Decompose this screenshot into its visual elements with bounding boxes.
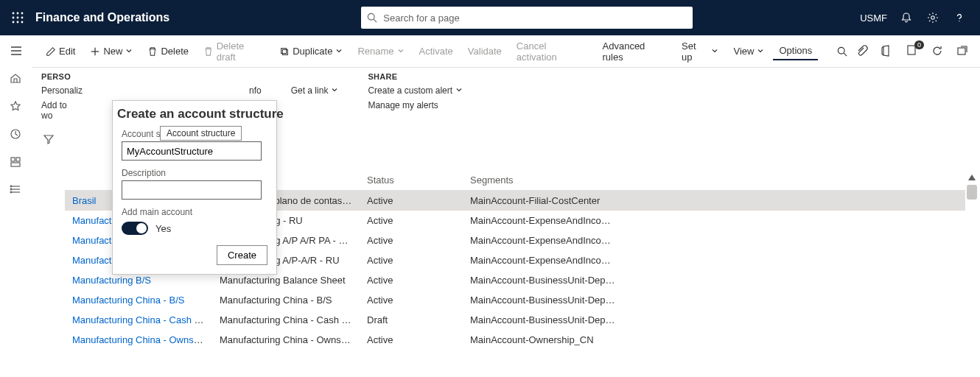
favorite-icon[interactable]: [10, 100, 23, 113]
cell-status: Active: [360, 191, 463, 211]
get-link-link[interactable]: Get a link: [291, 85, 339, 96]
copy-icon: [279, 46, 290, 57]
chevron-down-icon: [335, 46, 343, 57]
svg-rect-28: [281, 48, 287, 53]
table-row[interactable]: Manufacturing China - Ownsers… Manufactu…: [65, 330, 965, 350]
view-button[interactable]: View: [727, 43, 770, 60]
svg-point-6: [13, 21, 15, 24]
create-alert-link[interactable]: Create a custom alert: [368, 85, 463, 96]
record-info-link[interactable]: nfo: [249, 85, 262, 96]
structure-link[interactable]: Brasil: [72, 195, 97, 206]
global-search[interactable]: [361, 7, 693, 29]
new-button[interactable]: New: [84, 43, 139, 60]
workspace-icon[interactable]: [10, 156, 23, 169]
delete-button[interactable]: Delete: [141, 43, 195, 60]
svg-rect-17: [11, 158, 15, 161]
cell-segments: MainAccount-BusinessUnit-Dep…: [463, 310, 654, 330]
cell-status: Active: [360, 270, 463, 290]
svg-rect-18: [16, 158, 20, 161]
find-button[interactable]: [831, 43, 853, 60]
svg-point-5: [21, 17, 24, 19]
svg-point-1: [17, 13, 19, 15]
recent-icon[interactable]: [10, 128, 23, 141]
description-input[interactable]: [122, 180, 262, 200]
options-tab[interactable]: Options: [773, 42, 818, 60]
chevron-down-icon: [757, 46, 764, 57]
cell-segments: MainAccount-BusinessUnit-Dep…: [463, 290, 654, 310]
hamburger-icon[interactable]: [10, 44, 23, 57]
notification-icon[interactable]: [899, 10, 914, 25]
validate-button: Validate: [462, 43, 508, 60]
chevron-down-icon: [331, 85, 338, 96]
svg-rect-29: [283, 49, 288, 54]
col-segments[interactable]: Segments: [463, 170, 654, 191]
create-account-structure-dialog: Create an account structure Account s Ac…: [112, 100, 277, 275]
manage-alerts-link[interactable]: Manage my alerts: [368, 100, 463, 110]
svg-line-10: [374, 19, 377, 22]
table-row[interactable]: Manufacturing China - B/S Manufacturing …: [65, 290, 965, 310]
svg-point-23: [10, 186, 12, 187]
app-launcher-icon[interactable]: [7, 7, 28, 28]
col-status[interactable]: Status: [360, 170, 463, 191]
add-to-workspace-link[interactable]: Add to wo: [41, 100, 72, 121]
duplicate-button[interactable]: Duplicate: [273, 43, 349, 60]
svg-rect-19: [11, 163, 20, 166]
pin-icon[interactable]: 0: [906, 45, 920, 58]
svg-rect-33: [958, 48, 965, 54]
chevron-down-icon: [397, 46, 405, 57]
account-structure-input[interactable]: [122, 141, 262, 161]
structure-link[interactable]: Manufacturing China - Ownsers…: [72, 334, 212, 345]
help-icon[interactable]: [952, 10, 967, 25]
plus-icon: [90, 46, 100, 57]
personalize-header: PERSO: [41, 72, 72, 81]
create-button[interactable]: Create: [217, 245, 267, 265]
chevron-down-icon: [711, 46, 718, 57]
cell-status: Active: [360, 290, 463, 310]
search-icon: [837, 46, 847, 57]
chevron-down-icon: [125, 46, 133, 57]
cell-name: Manufacturing China - Cash acc…: [65, 310, 212, 330]
structure-link[interactable]: Manufacturing China - B/S: [72, 295, 184, 306]
cell-status: Active: [360, 250, 463, 270]
attachment-icon[interactable]: [856, 45, 869, 58]
svg-point-11: [931, 16, 934, 19]
structure-link[interactable]: Manufacturing B/S: [72, 275, 151, 286]
svg-point-2: [21, 13, 24, 15]
svg-point-30: [838, 47, 844, 54]
office-icon[interactable]: [881, 45, 895, 58]
cell-status: Active: [360, 230, 463, 250]
cell-name: Manufacturing China - B/S: [65, 290, 212, 310]
cancel-activation-button: Cancel activation: [511, 38, 594, 66]
pencil-icon: [46, 46, 56, 57]
table-row[interactable]: Manufacturing China - Cash acc… Manufact…: [65, 310, 965, 330]
popout-icon[interactable]: [956, 45, 970, 58]
svg-point-12: [959, 21, 959, 21]
svg-point-7: [17, 21, 19, 24]
gear-icon[interactable]: [925, 10, 940, 25]
vertical-scrollbar[interactable]: [967, 185, 977, 377]
scrollbar-thumb[interactable]: [967, 185, 977, 200]
svg-point-3: [13, 17, 15, 19]
search-input[interactable]: [383, 13, 687, 24]
modules-icon[interactable]: [10, 184, 23, 197]
dialog-title: Create an account structure: [117, 107, 267, 121]
activate-button: Activate: [413, 43, 459, 60]
description-label: Description: [122, 168, 267, 178]
company-code[interactable]: USMF: [860, 13, 887, 24]
scroll-up-arrow-icon[interactable]: [968, 175, 976, 180]
set-up-button[interactable]: Set up: [676, 38, 724, 66]
filter-icon[interactable]: [43, 133, 55, 377]
home-icon[interactable]: [10, 72, 23, 85]
structure-link[interactable]: Manufacturing China - Cash acc…: [72, 314, 212, 325]
personalize-link[interactable]: Personaliz: [41, 85, 72, 96]
cell-desc: Manufacturing China - Ownsers…: [212, 330, 360, 350]
add-main-account-label: Add main account: [122, 207, 267, 217]
add-main-account-toggle[interactable]: [122, 222, 148, 235]
cell-status: Active: [360, 330, 463, 350]
edit-button[interactable]: Edit: [40, 43, 81, 60]
search-icon: [367, 13, 377, 23]
advanced-rules-button[interactable]: Advanced rules: [597, 38, 673, 66]
refresh-icon[interactable]: [931, 45, 945, 58]
action-bar: Edit New Delete Delete draft Duplicate R…: [32, 35, 980, 68]
svg-point-8: [21, 21, 24, 24]
